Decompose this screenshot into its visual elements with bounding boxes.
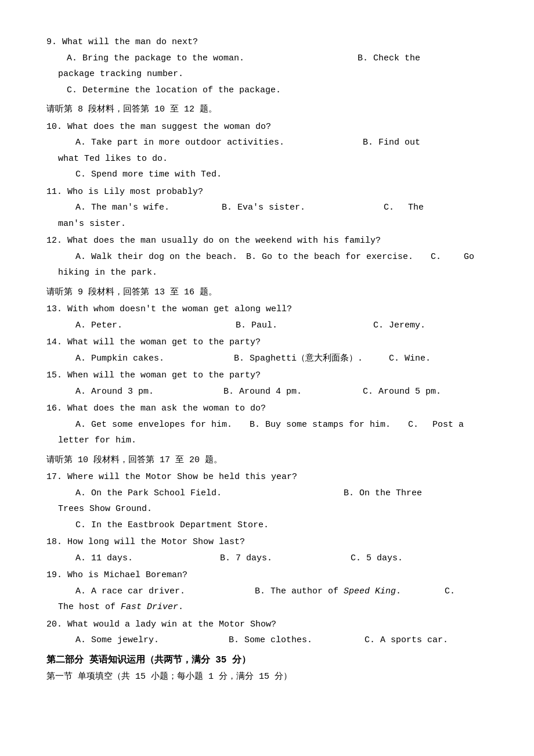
q11-text: 11. Who is Lily most probably? xyxy=(46,185,488,200)
q17-b-cont: Trees Show Ground. xyxy=(46,502,488,517)
q19-text: 19. Who is Michael Boreman? xyxy=(46,568,488,583)
q12-abc: A. Walk their dog on the beach. B. Go to… xyxy=(46,250,488,265)
q9-a: A. Bring the package to the woman. B. Ch… xyxy=(46,51,488,66)
q16-c-cont: letter for him. xyxy=(46,433,488,448)
question-14: 14. What will the woman get to the party… xyxy=(46,335,488,366)
q14-text: 14. What will the woman get to the party… xyxy=(46,335,488,350)
question-11: 11. Who is Lily most probably? A. The ma… xyxy=(46,185,488,232)
section2-sub: 第一节 单项填空（共 15 小题；每小题 1 分，满分 15 分） xyxy=(46,669,488,685)
q17-text: 17. Where will the Motor Show be held th… xyxy=(46,470,488,485)
q18-abc: A. 11 days. B. 7 days. C. 5 days. xyxy=(46,551,488,566)
q10-text: 10. What does the man suggest the woman … xyxy=(46,120,488,135)
q13-abc: A. Peter. B. Paul. C. Jeremy. xyxy=(46,318,488,333)
q16-abc: A. Get some envelopes for him. B. Buy so… xyxy=(46,417,488,433)
q17-c: C. In the Eastbrook Department Store. xyxy=(46,518,488,533)
q9-b-cont: package tracking number. xyxy=(46,67,488,82)
section2-title: 第二部分 英语知识运用（共两节，满分 35 分） xyxy=(46,653,488,668)
speed-king-italic: Speed King xyxy=(344,586,396,596)
q10-c: C. Spend more time with Ted. xyxy=(46,167,488,182)
q19-ab: A. A race car driver. B. The author of S… xyxy=(46,584,488,599)
section-10-header: 请听第 10 段材料，回答第 17 至 20 题。 xyxy=(46,453,488,468)
question-13: 13. With whom doesn't the woman get alon… xyxy=(46,302,488,333)
q13-text: 13. With whom doesn't the woman get alon… xyxy=(46,302,488,317)
question-10: 10. What does the man suggest the woman … xyxy=(46,120,488,182)
question-19: 19. Who is Michael Boreman? A. A race ca… xyxy=(46,568,488,615)
q14-abc: A. Pumpkin cakes. B. Spaghetti（意大利面条）. C… xyxy=(46,351,488,366)
q20-text: 20. What would a lady win at the Motor S… xyxy=(46,617,488,632)
section-9-header: 请听第 9 段材料，回答第 13 至 16 题。 xyxy=(46,285,488,300)
q19-c: The host of Fast Driver. xyxy=(46,600,488,615)
q15-abc: A. Around 3 pm. B. Around 4 pm. C. Aroun… xyxy=(46,384,488,399)
q10-a: A. Take part in more outdoor activities.… xyxy=(46,135,488,150)
question-16: 16. What does the man ask the woman to d… xyxy=(46,401,488,448)
q18-text: 18. How long will the Motor Show last? xyxy=(46,535,488,550)
section-8-header: 请听第 8 段材料，回答第 10 至 12 题。 xyxy=(46,102,488,117)
question-15: 15. When will the woman get to the party… xyxy=(46,368,488,399)
question-20: 20. What would a lady win at the Motor S… xyxy=(46,617,488,648)
q16-text: 16. What does the man ask the woman to d… xyxy=(46,401,488,416)
q20-abc: A. Some jewelry. B. Some clothes. C. A s… xyxy=(46,633,488,648)
q9-c: C. Determine the location of the package… xyxy=(46,83,488,98)
q11-abc: A. The man's wife. B. Eva's sister. C. T… xyxy=(46,200,488,215)
q9-text: 9. What will the man do next? xyxy=(46,35,488,50)
exam-content: 9. What will the man do next? A. Bring t… xyxy=(46,35,488,684)
q17-ab: A. On the Park School Field. B. On the T… xyxy=(46,486,488,501)
fast-driver-italic: Fast Driver xyxy=(121,602,178,612)
question-17: 17. Where will the Motor Show be held th… xyxy=(46,470,488,532)
q15-text: 15. When will the woman get to the party… xyxy=(46,368,488,383)
question-9: 9. What will the man do next? A. Bring t… xyxy=(46,35,488,98)
q11-c-cont: man's sister. xyxy=(46,217,488,232)
q12-c-cont: hiking in the park. xyxy=(46,265,488,280)
question-12: 12. What does the man usually do on the … xyxy=(46,233,488,280)
section2-header: 第二部分 英语知识运用（共两节，满分 35 分） 第一节 单项填空（共 15 小… xyxy=(46,653,488,685)
q12-text: 12. What does the man usually do on the … xyxy=(46,233,488,249)
question-18: 18. How long will the Motor Show last? A… xyxy=(46,535,488,566)
q10-b-cont: what Ted likes to do. xyxy=(46,152,488,167)
